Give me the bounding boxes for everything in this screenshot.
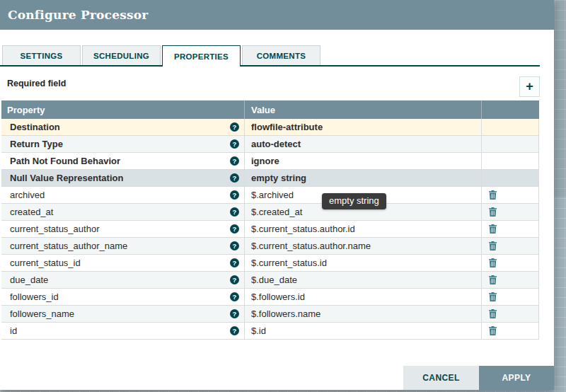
property-value-cell[interactable]: $.due_date <box>244 272 481 288</box>
delete-cell <box>481 272 539 288</box>
configure-processor-dialog: Configure Processor SETTINGS SCHEDULING … <box>0 0 554 390</box>
property-value: ignore <box>251 156 279 166</box>
help-icon[interactable]: ? <box>230 326 239 335</box>
tab-label: PROPERTIES <box>174 52 229 61</box>
delete-cell <box>481 170 539 186</box>
delete-property-button[interactable] <box>489 241 497 250</box>
trash-icon <box>489 190 497 200</box>
property-value: $.current_status.id <box>251 258 327 268</box>
property-row: due_date?$.due_date <box>1 272 539 289</box>
property-name: current_status_author <box>10 224 99 234</box>
property-value-cell[interactable]: $.current_status.author.id <box>244 221 481 237</box>
property-value-cell[interactable]: $.id <box>244 323 481 339</box>
delete-property-button[interactable] <box>489 275 497 284</box>
property-name-cell: current_status_author? <box>1 221 244 237</box>
property-name: created_at <box>10 207 53 217</box>
property-name: archived <box>10 190 45 200</box>
help-icon[interactable]: ? <box>230 156 239 166</box>
property-value-cell[interactable]: flowfile-attribute <box>244 119 481 135</box>
property-value: auto-detect <box>251 139 301 149</box>
column-header-delete <box>481 100 539 119</box>
dialog-tabs: SETTINGS SCHEDULING PROPERTIES COMMENTS <box>2 45 320 67</box>
property-value: empty string <box>251 173 306 183</box>
dialog-title-bar: Configure Processor <box>0 0 554 30</box>
property-name: current_status_id <box>10 258 81 268</box>
property-name-cell: followers_id? <box>1 289 244 305</box>
tab-settings[interactable]: SETTINGS <box>2 45 81 67</box>
help-icon[interactable]: ? <box>230 258 239 267</box>
property-value-cell[interactable]: $.followers.name <box>244 306 481 322</box>
delete-cell <box>481 255 539 271</box>
delete-property-button[interactable] <box>489 207 497 217</box>
delete-cell <box>481 136 539 152</box>
delete-property-button[interactable] <box>489 190 497 200</box>
tab-scheduling[interactable]: SCHEDULING <box>82 45 161 67</box>
add-property-button[interactable]: + <box>519 76 540 97</box>
help-icon[interactable]: ? <box>230 275 239 284</box>
value-tooltip: empty string <box>322 193 386 209</box>
property-value: $.id <box>251 325 266 336</box>
delete-cell <box>481 238 539 254</box>
column-header-property: Property <box>1 105 244 115</box>
property-name: followers_name <box>10 309 74 319</box>
help-icon[interactable]: ? <box>230 292 239 301</box>
property-row: Destination?flowfile-attribute <box>1 119 539 136</box>
property-value: $.followers.id <box>251 292 305 302</box>
tab-comments[interactable]: COMMENTS <box>242 45 320 67</box>
property-value-cell[interactable]: $.followers.id <box>244 289 481 305</box>
property-name-cell: Destination? <box>1 119 244 135</box>
tab-underline <box>0 65 540 67</box>
help-icon[interactable]: ? <box>230 122 239 132</box>
delete-property-button[interactable] <box>489 309 497 318</box>
delete-property-button[interactable] <box>489 224 497 234</box>
trash-icon <box>489 207 497 217</box>
help-icon[interactable]: ? <box>230 173 239 183</box>
property-name: Path Not Found Behavior <box>10 156 120 166</box>
table-header: Property Value <box>1 100 539 119</box>
property-value-cell[interactable]: $.current_status.id <box>244 255 481 271</box>
property-row: created_at?$.created_at <box>1 204 539 221</box>
help-icon[interactable]: ? <box>230 190 239 200</box>
tab-label: COMMENTS <box>257 52 306 60</box>
property-row: current_status_author?$.current_status.a… <box>1 221 539 238</box>
property-value-cell[interactable]: auto-detect <box>244 136 481 152</box>
trash-icon <box>489 241 497 250</box>
property-row: Null Value Representation?empty string <box>1 170 539 187</box>
delete-property-button[interactable] <box>489 326 497 335</box>
tab-properties[interactable]: PROPERTIES <box>162 45 241 67</box>
delete-property-button[interactable] <box>489 258 497 267</box>
help-icon[interactable]: ? <box>230 309 239 318</box>
help-icon[interactable]: ? <box>230 139 239 149</box>
property-value: $.current_status.author.id <box>251 224 355 234</box>
property-name-cell: Path Not Found Behavior? <box>1 153 244 169</box>
property-name-cell: Null Value Representation? <box>1 170 244 186</box>
property-name-cell: id? <box>1 323 244 339</box>
help-icon[interactable]: ? <box>230 224 239 234</box>
properties-table: Property Value Destination?flowfile-attr… <box>1 100 539 340</box>
property-row: id?$.id <box>1 323 539 340</box>
help-icon[interactable]: ? <box>230 241 239 250</box>
property-value-cell[interactable]: $.current_status.author.name <box>244 238 481 254</box>
property-name-cell: current_status_author_name? <box>1 238 244 254</box>
property-row: followers_name?$.followers.name <box>1 306 539 323</box>
property-value: $.current_status.author.name <box>251 241 371 251</box>
property-name-cell: created_at? <box>1 204 244 220</box>
property-value: $.followers.name <box>251 309 320 319</box>
property-value-cell[interactable]: ignore <box>244 153 481 169</box>
help-icon[interactable]: ? <box>230 207 239 217</box>
property-name: Destination <box>10 122 60 132</box>
dialog-title: Configure Processor <box>8 8 148 22</box>
apply-button[interactable]: APPLY <box>479 366 554 390</box>
property-row: archived?$.archived <box>1 187 539 204</box>
delete-cell <box>481 289 539 305</box>
table-body: Destination?flowfile-attributeReturn Typ… <box>1 119 539 340</box>
delete-property-button[interactable] <box>489 292 497 301</box>
cancel-button[interactable]: CANCEL <box>403 366 479 390</box>
property-value-cell[interactable]: empty string <box>244 170 481 186</box>
property-row: current_status_id?$.current_status.id <box>1 255 539 272</box>
plus-icon: + <box>526 80 533 93</box>
trash-icon <box>489 275 497 284</box>
delete-cell <box>481 306 539 322</box>
property-name-cell: Return Type? <box>1 136 244 152</box>
canvas-background-artifact <box>554 0 566 197</box>
